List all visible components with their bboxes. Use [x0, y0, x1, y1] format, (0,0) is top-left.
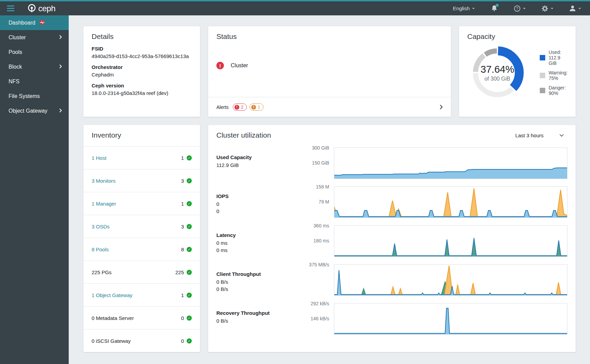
help-icon: ? [514, 5, 521, 12]
inventory-link[interactable]: 1 Host [92, 155, 106, 161]
inventory-link[interactable]: 3 Monitors [92, 178, 116, 184]
sidebar-item-cluster[interactable]: Cluster [0, 30, 69, 45]
metric-labels: Used Capacity112.9 GiB [216, 148, 305, 179]
inventory-count: 8 [181, 247, 184, 252]
field-label: Orchestrator [92, 64, 192, 70]
metric-labels: Recovery Throughput0 B/s [216, 303, 305, 335]
inventory-count-group: 225✓ [175, 269, 192, 275]
y-axis-tick: 360 ms [313, 223, 329, 228]
y-axis-tick: 150 GiB [312, 160, 329, 166]
metric-value: 0 [216, 200, 305, 208]
cluster-health-row: ! Cluster [216, 62, 443, 69]
metric-value: 0 B/s [216, 317, 305, 324]
metric-value: 0 [216, 208, 305, 215]
time-range-dropdown[interactable]: Last 3 hours [515, 132, 564, 138]
field-value: Cephadm [92, 72, 192, 78]
expand-alerts-button[interactable] [440, 104, 443, 110]
y-axis-labels: 300 GiB150 GiB [305, 148, 329, 179]
chart-row: Latency0 ms0 ms360 ms180 ms [216, 225, 567, 257]
chart-row: Used Capacity112.9 GiB300 GiB150 GiB [216, 148, 567, 179]
inventory-count-group: 0✓ [181, 338, 192, 344]
cluster-health-label: Cluster [231, 62, 248, 69]
heartbeat-icon [39, 20, 45, 25]
inventory-row: 1 Host1✓ [83, 146, 200, 169]
legend-item-danger: Danger: 90% [540, 85, 568, 96]
check-circle-icon: ✓ [187, 316, 192, 321]
inventory-label: 225 PGs [92, 269, 111, 275]
inventory-count-group: 1✓ [181, 292, 192, 298]
details-title: Details [92, 32, 192, 41]
legend-label: Used: 112.9 GiB [549, 50, 568, 66]
inventory-row: 8 Pools8✓ [83, 238, 200, 261]
inventory-link[interactable]: 1 Manager [92, 201, 116, 207]
metric-name: Client Throughput [216, 271, 305, 277]
cluster-utilization-card: Cluster utilization Last 3 hours Used Ca… [208, 125, 576, 352]
alerts-label: Alerts [216, 104, 229, 110]
metric-labels: Latency0 ms0 ms [216, 225, 305, 257]
hamburger-menu-icon[interactable] [7, 5, 16, 11]
utilization-title: Cluster utilization [216, 131, 271, 139]
warning-alerts-badge[interactable]: ! 1 [250, 103, 264, 111]
y-axis-tick: 375 MB/s [309, 262, 329, 267]
inventory-count: 0 [181, 338, 184, 344]
inventory-count: 3 [181, 178, 184, 184]
inventory-row: 1 Object Gateway1✓ [83, 283, 200, 306]
language-label: English [453, 5, 470, 11]
notifications-button[interactable] [491, 5, 498, 12]
metric-value: 0 ms [216, 247, 305, 254]
field-label: FSID [92, 46, 192, 52]
fsid-field: FSID 4940a259-d153-4cc2-953a-57669613c13… [92, 46, 192, 59]
caret-down-icon [578, 8, 581, 9]
language-dropdown[interactable]: English [453, 5, 475, 11]
orchestrator-field: Orchestrator Cephadm [92, 64, 192, 78]
user-icon [569, 5, 576, 12]
inventory-row: 3 OSDs3✓ [83, 215, 200, 238]
sidebar-item-dashboard[interactable]: Dashboard [0, 15, 69, 30]
inventory-count: 225 [175, 269, 184, 275]
capacity-legend: Used: 112.9 GiB Warning: 75% Danger: 90% [540, 45, 568, 100]
sidebar-item-nfs[interactable]: NFS [0, 74, 69, 89]
critical-alerts-badge[interactable]: ! 2 [233, 103, 247, 111]
inventory-row: 225 PGs225✓ [83, 261, 200, 283]
chevron-down-icon [559, 134, 564, 137]
inventory-link[interactable]: 1 Object Gateway [92, 292, 132, 298]
inventory-count-group: 1✓ [181, 155, 192, 161]
check-circle-icon: ✓ [187, 293, 192, 298]
sidebar-item-block[interactable]: Block [0, 59, 69, 74]
sidebar-item-label: Dashboard [9, 20, 35, 26]
metric-name: Latency [216, 232, 305, 238]
sidebar-item-object-gateway[interactable]: Object Gateway [0, 103, 69, 118]
exclamation-icon: ! [234, 105, 239, 110]
inventory-count-group: 3✓ [181, 178, 192, 184]
y-axis-tick: 146 kB/s [311, 316, 329, 321]
inventory-count-group: 1✓ [181, 201, 192, 207]
caret-down-icon [551, 8, 553, 9]
inventory-count: 1 [181, 292, 184, 298]
inventory-link[interactable]: 8 Pools [92, 247, 109, 252]
sidebar-item-label: Object Gateway [9, 108, 48, 114]
status-card: Status ! Cluster Alerts ! 2 ! 1 [208, 26, 451, 117]
inventory-list: 1 Host1✓3 Monitors3✓1 Manager1✓3 OSDs3✓8… [83, 146, 200, 352]
metric-value: 112.9 GiB [216, 162, 305, 169]
chevron-right-icon [59, 108, 62, 114]
user-dropdown[interactable] [569, 5, 581, 12]
error-icon: ! [216, 62, 224, 69]
field-value: 18.0.0-2314-g50a32f4a reef (dev) [92, 90, 192, 96]
inventory-row: 0 Metadata Server0✓ [83, 306, 200, 329]
sidebar-item-pools[interactable]: Pools [0, 45, 69, 59]
inventory-link[interactable]: 3 OSDs [92, 224, 110, 229]
sidebar-item-file-systems[interactable]: File Systems [0, 89, 69, 103]
chevron-right-icon [59, 64, 62, 70]
check-circle-icon: ✓ [187, 178, 192, 183]
inventory-label: 0 Metadata Server [92, 315, 134, 321]
sidebar-item-label: Block [9, 64, 22, 70]
metric-value: 0 B/s [216, 285, 305, 293]
y-axis-tick: 79 M [319, 199, 329, 205]
check-circle-icon: ✓ [187, 224, 192, 229]
chart-row: IOPS00158 M79 M [216, 186, 567, 218]
brand-name: ceph [38, 4, 55, 13]
dashboard-content: Details FSID 4940a259-d153-4cc2-953a-576… [69, 15, 590, 364]
settings-dropdown[interactable] [541, 5, 553, 12]
help-dropdown[interactable]: ? [514, 5, 526, 12]
y-axis-labels: 158 M79 M [305, 186, 329, 218]
